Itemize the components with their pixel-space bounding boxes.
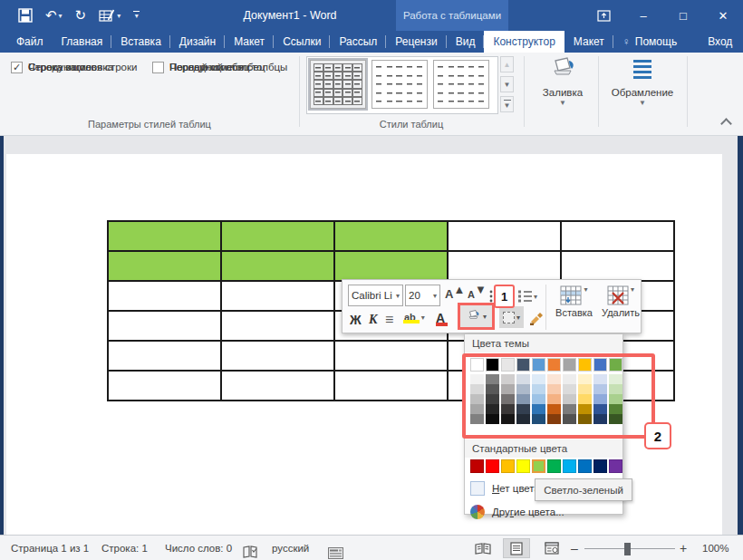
gallery-up-button[interactable]: ▲ [500,56,514,72]
shading-split-button[interactable]: ▾ [458,303,495,330]
table-cell[interactable] [109,282,222,312]
tab-design[interactable]: Дизайн [170,31,225,53]
table-cell[interactable] [335,252,449,282]
line-spacing-button[interactable]: ≡ [385,312,393,328]
read-mode-button[interactable] [469,538,497,558]
draw-table-button[interactable]: ▾ [99,9,121,23]
checkbox-banded-rows[interactable]: ✓Чередующиеся строки [11,60,137,74]
thumbnail-cell [375,63,383,71]
table-cell[interactable] [562,222,675,252]
web-layout-button[interactable] [538,538,565,558]
standard-color-swatch[interactable] [609,459,622,473]
thumbnail-cell [468,90,476,97]
table-cell[interactable] [109,222,222,252]
table-cell[interactable] [109,342,222,372]
ribbon-display-options-button[interactable] [584,0,623,31]
shrink-font-button[interactable]: А▼ [468,287,487,301]
undo-button[interactable]: ↶▾ [45,7,63,24]
gallery-down-button[interactable]: ▼ [500,76,514,92]
page-indicator[interactable]: Страница 1 из 1 [11,536,89,560]
insert-button[interactable]: ▾ Вставка [550,283,598,332]
standard-color-swatch[interactable] [501,459,515,473]
text-highlight-button[interactable]: ab ▾ [404,312,425,323]
font-name-combo[interactable]: Calibri Li▾ [348,285,403,306]
customize-qat-button[interactable]: ▾ [133,11,140,20]
italic-button[interactable]: К [369,313,378,327]
table-cell[interactable] [109,372,222,401]
maximize-button[interactable]: □ [663,0,703,31]
standard-color-swatch[interactable] [516,459,530,473]
redo-button[interactable]: ↻ [75,7,87,24]
tab-table-layout[interactable]: Макет [564,31,613,53]
word-count[interactable]: Число слов: 0 [165,536,232,560]
tab-insert[interactable]: Вставка [111,31,170,53]
tab-references[interactable]: Ссылки [274,31,330,53]
table-cell[interactable] [449,222,562,252]
zoom-level[interactable]: 100% [702,536,729,560]
tab-label: Рецензи [395,35,437,48]
line-indicator[interactable]: Строка: 1 [101,536,148,560]
minimize-button[interactable]: – [623,0,663,31]
table-cell[interactable] [222,312,335,342]
print-layout-button[interactable] [503,538,530,558]
more-colors-item[interactable]: Другие цвета... [465,501,622,523]
checkbox-banded-columns[interactable]: Чередующиеся столбцы [152,60,287,74]
table-cell[interactable] [109,252,222,282]
standard-color-swatch[interactable] [593,459,607,473]
zoom-slider-thumb[interactable] [624,543,631,555]
table-style-thumbnail[interactable] [433,60,489,109]
table-cell[interactable] [222,282,335,312]
tab-label: Вход [708,35,732,48]
table-cell[interactable] [335,342,449,372]
shading-button[interactable]: Заливка ▼ [527,55,598,124]
zoom-in-button[interactable]: + [680,536,687,560]
table-style-thumbnail[interactable] [310,60,366,109]
standard-color-swatch[interactable] [547,459,561,473]
delete-button[interactable]: ▾ Удалить [600,283,642,332]
chevron-down-icon: ▾ [117,12,121,20]
table-cell[interactable] [335,372,449,401]
proofing-status-button[interactable] [243,542,257,560]
language-indicator[interactable]: русский [272,536,309,560]
tab-layout[interactable]: Макет [225,31,274,53]
standard-color-swatch[interactable] [563,459,576,473]
table-cell[interactable] [222,222,335,252]
standard-color-swatch[interactable] [470,459,484,473]
tab-file[interactable]: Файл [7,31,53,53]
bold-button[interactable]: Ж [350,313,362,327]
tab-signin[interactable]: Вход [699,31,741,53]
format-painter-button[interactable] [529,311,545,326]
table-cell[interactable] [109,312,222,342]
standard-color-swatch[interactable] [532,459,545,473]
borders-button[interactable]: Обрамление ▼ [602,55,683,124]
tab-help[interactable]: ♀Помощь [613,31,686,53]
keyboard-button[interactable] [328,543,343,560]
table-cell[interactable] [562,252,675,282]
grow-font-button[interactable]: А▲ [445,287,465,301]
font-size-combo[interactable]: 20▾ [405,285,440,306]
numbering-button[interactable]: ▾ [517,289,537,304]
table-cell[interactable] [222,372,335,401]
tab-view[interactable]: Вид [447,31,485,53]
close-button[interactable]: ✕ [703,0,743,31]
borders-split-button[interactable]: ▾ [499,306,524,328]
zoom-out-button[interactable]: – [571,536,578,560]
collapse-ribbon-button[interactable] [720,118,732,130]
table-cell[interactable] [449,252,562,282]
chevron-down-icon: ▾ [483,313,487,321]
thumbnail-cell [478,98,486,105]
gallery-more-button[interactable]: ▼ [500,96,514,112]
standard-color-swatch[interactable] [486,459,499,473]
table-cell[interactable] [222,252,335,282]
save-button[interactable] [18,8,33,23]
font-color-button[interactable]: А [436,311,445,325]
table-style-thumbnail[interactable] [372,60,428,109]
tab-home[interactable]: Главная [53,31,112,53]
table-cell[interactable] [335,222,449,252]
standard-colors-header: Стандартные цвета [465,439,622,458]
tab-mailings[interactable]: Рассыл [330,31,386,53]
table-cell[interactable] [222,342,335,372]
standard-color-swatch[interactable] [578,459,592,473]
tab-review[interactable]: Рецензи [386,31,446,53]
tab-table-design[interactable]: Конструктор [484,31,564,53]
